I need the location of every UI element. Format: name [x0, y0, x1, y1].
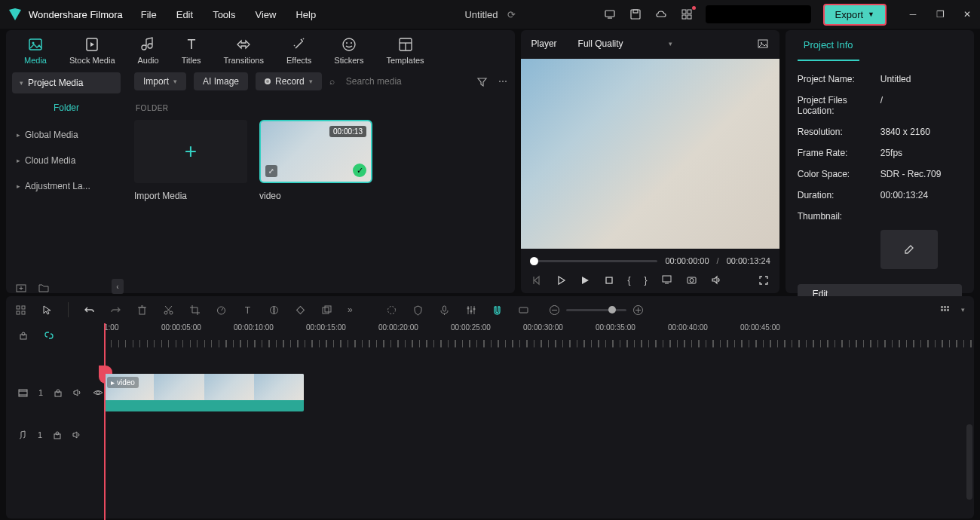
delete-icon[interactable] [136, 304, 148, 316]
select-tool-icon[interactable] [41, 304, 53, 316]
import-media-card[interactable]: + Import Media [134, 120, 247, 201]
minimize-button[interactable]: ─ [908, 9, 918, 20]
close-button[interactable]: ✕ [962, 9, 972, 20]
overlay-icon[interactable] [321, 304, 332, 316]
lock-all-icon[interactable] [18, 330, 29, 341]
player-scrubber[interactable] [530, 260, 658, 262]
tab-audio[interactable]: Audio [138, 36, 159, 65]
video-clip[interactable]: ▸video [104, 374, 304, 411]
link-icon[interactable] [44, 330, 54, 341]
tab-effects[interactable]: Effects [286, 36, 311, 65]
tab-media[interactable]: Media [24, 36, 47, 65]
sidebar-folder[interactable]: Folder [12, 93, 121, 122]
keyframe-icon[interactable] [295, 304, 306, 316]
menu-view[interactable]: View [255, 9, 276, 20]
zoom-in-icon[interactable] [632, 304, 644, 316]
menu-help[interactable]: Help [296, 9, 316, 20]
redo-icon[interactable] [110, 304, 121, 316]
maximize-button[interactable]: ❐ [935, 9, 945, 20]
track-visible-icon[interactable] [93, 388, 103, 397]
track-options-chevron[interactable]: ▾ [961, 306, 965, 314]
prev-frame-button[interactable] [531, 275, 542, 286]
svg-rect-2 [631, 10, 640, 19]
svg-rect-7 [688, 15, 691, 19]
mic-icon[interactable] [439, 304, 450, 316]
fullscreen-icon[interactable] [758, 275, 769, 286]
timeline-ruler[interactable]: 1:00 00:00:05:00 00:00:10:00 00:00:15:00… [104, 323, 974, 347]
search-media-input[interactable] [342, 72, 469, 90]
import-button[interactable]: Import▾ [134, 72, 186, 90]
export-button[interactable]: Export ▼ [823, 4, 887, 26]
menu-file[interactable]: File [141, 9, 157, 20]
project-info-tab[interactable]: Project Info [798, 30, 859, 61]
timeline-scrollbar[interactable] [966, 424, 972, 500]
sidebar-global-media[interactable]: ▸Global Media [12, 122, 121, 148]
sidebar-project-media[interactable]: ▾Project Media [12, 72, 121, 93]
more-icon[interactable]: ⋯ [498, 76, 507, 87]
crop-icon[interactable] [189, 304, 201, 316]
collapse-sidebar-button[interactable]: ‹ [112, 279, 124, 294]
svg-marker-11 [90, 42, 94, 47]
ai-image-button[interactable]: AI Image [194, 72, 248, 90]
device-icon[interactable] [603, 8, 617, 21]
playhead[interactable] [104, 323, 106, 520]
play-button[interactable] [580, 275, 590, 286]
media-clip-card[interactable]: 00:00:13 ⤢ ✓ video [259, 120, 372, 201]
filter-icon[interactable] [476, 76, 488, 87]
cut-icon[interactable] [163, 304, 174, 316]
zoom-slider[interactable] [566, 309, 626, 311]
thumbnail-edit-box[interactable] [880, 230, 938, 269]
svg-point-16 [351, 42, 352, 44]
track-lock-icon-2[interactable] [53, 430, 62, 439]
step-back-button[interactable] [556, 275, 566, 286]
marker-outline-icon[interactable] [386, 304, 397, 316]
mixer-icon[interactable] [465, 304, 476, 316]
magnet-icon[interactable] [492, 304, 503, 316]
apps-icon[interactable] [680, 8, 694, 21]
grid-tool-icon[interactable] [15, 304, 26, 316]
svg-point-31 [690, 279, 694, 283]
snapshot-icon[interactable] [757, 38, 769, 50]
menu-edit[interactable]: Edit [176, 9, 193, 20]
save-icon[interactable] [629, 8, 642, 21]
undo-icon[interactable] [84, 304, 95, 316]
mark-in-button[interactable]: { [628, 275, 631, 286]
display-icon[interactable] [661, 274, 672, 286]
tab-transitions[interactable]: Transitions [224, 36, 264, 65]
zoom-out-icon[interactable] [549, 304, 560, 316]
sync-icon[interactable]: ⟳ [507, 9, 516, 20]
color-tool-icon[interactable] [268, 304, 280, 316]
track-lock-icon[interactable] [54, 388, 63, 397]
player-current-time: 00:00:00:00 [665, 256, 709, 265]
titlebar-search[interactable] [706, 5, 811, 23]
folder-icon[interactable] [38, 282, 50, 294]
sidebar-adjustment[interactable]: ▸Adjustment La... [12, 173, 121, 199]
stop-button[interactable] [604, 275, 614, 286]
volume-icon[interactable] [711, 274, 722, 286]
text-tool-icon[interactable]: T [242, 304, 253, 316]
chevron-down-icon: ▼ [868, 11, 874, 18]
tab-templates[interactable]: Templates [386, 36, 424, 65]
track-mute-icon[interactable] [73, 388, 82, 397]
menu-tools[interactable]: Tools [213, 9, 235, 20]
mark-out-button[interactable]: } [645, 275, 648, 286]
tab-titles[interactable]: TTitles [182, 36, 201, 65]
track-mute-icon-2[interactable] [72, 430, 81, 439]
camera-icon[interactable] [686, 274, 697, 286]
sidebar-cloud-media[interactable]: ▸Cloud Media [12, 148, 121, 173]
shield-icon[interactable] [412, 304, 424, 316]
quality-dropdown[interactable]: Full Quality▾ [578, 38, 672, 49]
tab-stock-media[interactable]: Stock Media [69, 36, 115, 65]
export-label: Export [835, 9, 864, 20]
tab-stickers[interactable]: Stickers [334, 36, 363, 65]
render-icon[interactable] [518, 304, 529, 316]
project-location-value: / [880, 95, 883, 116]
record-button[interactable]: Record▾ [256, 72, 322, 90]
track-size-icon[interactable] [939, 304, 951, 316]
player-preview[interactable] [521, 59, 779, 249]
video-track-row: 1 ▸video [6, 372, 974, 414]
speed-icon[interactable] [216, 304, 227, 316]
new-bin-icon[interactable] [15, 282, 27, 294]
cloud-icon[interactable] [654, 8, 668, 21]
more-tools-icon[interactable]: » [348, 304, 353, 315]
